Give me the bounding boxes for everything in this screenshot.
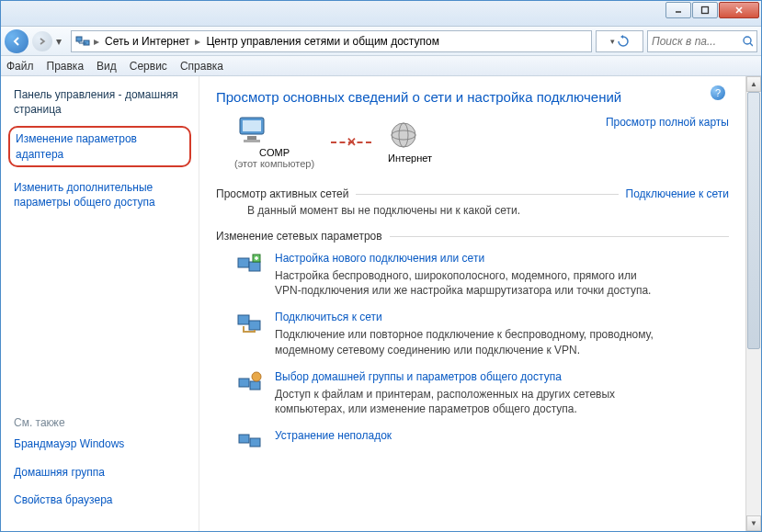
map-node-computer: COMP (этот компьютер) (234, 116, 314, 169)
breadcrumb-item[interactable]: Центр управления сетями и общим доступом (204, 35, 441, 48)
menubar: Файл Правка Вид Сервис Справка (1, 56, 761, 76)
globe-icon (388, 121, 419, 153)
svg-point-26 (252, 372, 261, 381)
section-active-networks: Просмотр активных сетей Подключение к се… (216, 187, 729, 200)
task-desc: Настройка беспроводного, широкополосного… (275, 268, 661, 298)
homegroup-icon (236, 370, 264, 396)
node-label: Интернет (388, 153, 432, 164)
connect-network-link[interactable]: Подключение к сети (626, 187, 729, 200)
troubleshoot-icon (236, 429, 264, 455)
navbar: ▾ ▸ Сеть и Интернет ▸ Центр управления с… (1, 27, 761, 56)
menu-tools[interactable]: Сервис (130, 60, 167, 73)
sidebar-firewall-link[interactable]: Брандмауэр Windows (14, 436, 186, 451)
svg-rect-22 (238, 315, 249, 324)
svg-point-8 (744, 37, 751, 44)
svg-line-9 (750, 43, 753, 46)
scroll-down-button[interactable]: ▼ (746, 515, 761, 531)
connect-icon (236, 311, 264, 336)
sidebar-advanced-link[interactable]: Изменить дополнительные параметры общего… (14, 180, 186, 209)
svg-rect-13 (244, 140, 260, 142)
section-label: Просмотр активных сетей (216, 187, 348, 200)
minimize-button[interactable] (665, 2, 691, 18)
content: Панель управления - домашняя страница Из… (1, 76, 761, 531)
sidebar-homegroup-link[interactable]: Домашняя группа (14, 465, 186, 480)
task-link[interactable]: Настройка нового подключения или сети (275, 252, 661, 265)
new-connection-icon (236, 252, 264, 277)
svg-rect-18 (249, 262, 260, 271)
window: ▾ ▸ Сеть и Интернет ▸ Центр управления с… (0, 0, 762, 532)
network-map: Просмотр полной карты COMP (этот компьют… (216, 116, 729, 180)
search-input[interactable] (652, 35, 742, 48)
address-bar[interactable]: ▸ Сеть и Интернет ▸ Центр управления сет… (71, 30, 592, 52)
search-icon (742, 35, 753, 48)
maximize-button[interactable] (692, 2, 718, 18)
svg-rect-24 (239, 379, 249, 387)
menu-view[interactable]: Вид (97, 60, 117, 73)
task-troubleshoot: Устранение неполадок (236, 429, 729, 455)
svg-rect-11 (243, 120, 261, 131)
chevron-down-icon: ▾ (610, 37, 615, 46)
network-icon (75, 34, 90, 49)
full-map-link[interactable]: Просмотр полной карты (606, 116, 729, 129)
scroll-thumb[interactable] (747, 92, 760, 349)
chevron-right-icon: ▸ (94, 35, 99, 48)
active-networks-note: В данный момент вы не подключены ни к ка… (247, 204, 729, 217)
scrollbar[interactable]: ▲ ▼ (745, 76, 761, 531)
menu-help[interactable]: Справка (180, 60, 223, 73)
section-change-settings: Изменение сетевых параметров (216, 230, 729, 243)
node-sublabel: (этот компьютер) (234, 158, 314, 169)
scroll-track[interactable] (746, 92, 761, 515)
scroll-up-button[interactable]: ▲ (746, 76, 761, 92)
nav-history-dropdown[interactable]: ▾ (56, 35, 67, 48)
sidebar-home-link[interactable]: Панель управления - домашняя страница (14, 87, 186, 117)
svg-rect-25 (250, 381, 260, 390)
svg-rect-27 (239, 435, 249, 443)
nav-forward-button[interactable] (32, 31, 52, 51)
chevron-right-icon: ▸ (195, 35, 200, 48)
map-node-internet: Интернет (388, 121, 432, 164)
refresh-icon (617, 35, 630, 48)
svg-point-14 (392, 123, 415, 147)
page-title: Просмотр основных сведений о сети и наст… (216, 89, 729, 105)
refresh-button[interactable]: ▾ (596, 30, 643, 52)
connection-broken-icon: ✕ (331, 141, 371, 143)
svg-rect-12 (247, 136, 256, 140)
task-desc: Доступ к файлам и принтерам, расположенн… (275, 387, 661, 416)
task-connect: Подключиться к сети Подключение или повт… (236, 311, 729, 357)
svg-rect-1 (702, 7, 709, 14)
task-link[interactable]: Подключиться к сети (275, 311, 661, 323)
node-label: COMP (234, 147, 314, 158)
sidebar-adapter-link[interactable]: Изменение параметров адаптера (8, 126, 191, 166)
close-button[interactable] (719, 2, 759, 18)
sidebar-seealso-label: См. также (14, 416, 186, 429)
task-desc: Подключение или повторное подключение к … (275, 327, 661, 357)
computer-icon (234, 116, 269, 147)
svg-rect-28 (250, 438, 260, 447)
search-box[interactable] (647, 30, 757, 52)
breadcrumb-item[interactable]: Сеть и Интернет (103, 35, 191, 48)
nav-back-button[interactable] (5, 29, 28, 53)
task-new-connection: Настройка нового подключения или сети На… (236, 252, 729, 298)
sidebar: Панель управления - домашняя страница Из… (1, 76, 199, 531)
menu-file[interactable]: Файл (6, 60, 34, 73)
svg-rect-23 (249, 321, 260, 330)
section-label: Изменение сетевых параметров (216, 230, 382, 243)
main-panel: ? Просмотр основных сведений о сети и на… (199, 76, 745, 531)
menu-edit[interactable]: Правка (47, 60, 85, 73)
svg-rect-4 (76, 37, 82, 41)
task-link[interactable]: Выбор домашней группы и параметров общег… (275, 370, 661, 383)
svg-rect-17 (238, 258, 249, 267)
titlebar (1, 1, 761, 27)
task-link[interactable]: Устранение неполадок (275, 429, 392, 442)
task-homegroup: Выбор домашней группы и параметров общег… (236, 370, 729, 416)
help-icon[interactable]: ? (711, 85, 725, 100)
sidebar-browser-link[interactable]: Свойства браузера (14, 492, 186, 507)
